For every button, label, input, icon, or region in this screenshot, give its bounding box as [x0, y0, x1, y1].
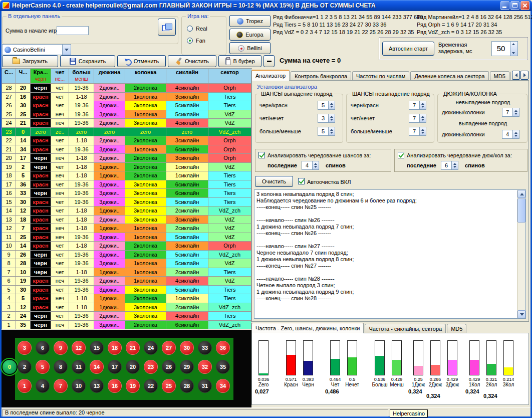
table-row[interactable]: 185красннеч1-181дюжи..2колонка1сиклайнTi… — [2, 171, 252, 180]
chet-nechet-miss-spinner[interactable]: 7 — [409, 114, 426, 123]
board-number[interactable]: 9 — [54, 341, 68, 355]
board-number[interactable]: 7 — [54, 379, 68, 393]
board-number[interactable]: 32 — [198, 360, 212, 374]
scroll-down-button[interactable] — [517, 310, 525, 318]
radio-real[interactable] — [187, 26, 193, 32]
board-number[interactable]: 17 — [108, 360, 122, 374]
table-row[interactable]: 828чернчет19-363дюжи..1колонка5сиклайнVd… — [2, 259, 252, 268]
board-number[interactable]: 28 — [180, 379, 194, 393]
clear-button[interactable]: Очистить — [168, 55, 216, 67]
tab-analyzer-1[interactable]: Контроль банкролла — [291, 71, 351, 81]
column-header[interactable]: четне... — [51, 69, 69, 84]
autoclear-checkbox[interactable] — [298, 178, 305, 184]
board-number[interactable]: 5 — [36, 360, 50, 374]
spin-up-down-arrows[interactable] — [419, 127, 426, 135]
table-row[interactable]: 2421красннеч19-362дюжи..3колонка4сиклайн… — [2, 119, 252, 128]
spin-up-down-arrows[interactable] — [451, 161, 458, 169]
board-number[interactable]: 21 — [126, 341, 140, 355]
tab-analyzer-2[interactable]: Частоты по числам — [352, 71, 409, 81]
table-row[interactable]: 1633черннеч19-363дюжи..3колонка6сиклайнT… — [2, 189, 252, 198]
alternation-chances-checkbox[interactable] — [258, 152, 265, 158]
board-number-zero[interactable]: 0 — [3, 360, 17, 374]
board-number[interactable]: 4 — [36, 379, 50, 393]
board-number[interactable]: 27 — [162, 341, 176, 355]
alternation-dozen-checkbox[interactable] — [398, 152, 404, 158]
board-number[interactable]: 12 — [72, 341, 86, 355]
board-number[interactable]: 14 — [90, 360, 104, 374]
radio-fan[interactable] — [187, 38, 193, 44]
spin-up-down-arrows[interactable] — [328, 127, 335, 135]
tab-analyzer-0[interactable]: Анализатор — [251, 70, 290, 81]
board-number[interactable]: 26 — [162, 360, 176, 374]
board-number[interactable]: 6 — [36, 341, 50, 355]
table-row[interactable]: 2820чернчет19-362дюжи..2колонка4сиклайнO… — [2, 84, 252, 93]
board-number[interactable]: 19 — [126, 379, 140, 393]
spin-up-down-arrows[interactable] — [312, 161, 319, 169]
load-button[interactable]: Загрузить — [2, 55, 58, 67]
spin-up-down-arrows[interactable] — [419, 101, 426, 109]
log-scrollbar[interactable] — [517, 190, 525, 318]
board-number[interactable]: 31 — [198, 379, 212, 393]
table-row[interactable]: 1530краснчет19-363дюжи..3колонка5сиклайн… — [2, 198, 252, 207]
table-row[interactable]: 619красннеч19-362дюжи..1колонка4сиклайнV… — [2, 277, 252, 286]
maximize-button[interactable] — [510, 1, 519, 10]
column-header[interactable]: Ч... — [16, 69, 31, 84]
spin-up-down-arrows[interactable] — [419, 114, 426, 122]
tab-analyzer-3[interactable]: Деление колеса на сектора — [410, 71, 488, 81]
tropez-button[interactable]: Tropez — [229, 15, 271, 27]
table-row[interactable]: 2017черннеч1-182дюжи..2колонка3сиклайнOr… — [2, 154, 252, 163]
table-row[interactable]: 530краснчет19-363дюжи..3колонка5сиклайнT… — [2, 286, 252, 295]
board-number[interactable]: 1 — [18, 379, 32, 393]
close-button[interactable] — [520, 1, 529, 10]
board-number[interactable]: 13 — [90, 379, 104, 393]
table-row[interactable]: 312краснчет1-181дюжи..3колонка2сиклайнVd… — [2, 303, 252, 312]
table-row[interactable]: 2630краснчет19-363дюжи..3колонка5сиклайн… — [2, 101, 252, 110]
board-number[interactable]: 22 — [144, 379, 158, 393]
delay-spinner[interactable]: 50 — [491, 41, 518, 56]
table-row[interactable]: 224чернчет19-362дюжи..3колонка4сиклайнTi… — [2, 312, 252, 321]
last-spins-chances-spinner[interactable]: 4 — [302, 161, 319, 170]
tab-scroll-left-button[interactable] — [512, 71, 520, 80]
column-header[interactable]: дюжина — [94, 69, 125, 84]
table-row[interactable]: 926чернчет19-363дюжи..2колонка5сиклайнVd… — [2, 251, 252, 260]
board-number[interactable]: 3 — [18, 341, 32, 355]
analysis-log[interactable]: 3 колонка невыпадала подряд 8 спин; Набл… — [254, 189, 526, 319]
table-row[interactable]: 192чернчет1-181дюжи..2колонка1сиклайнVdZ — [2, 163, 252, 172]
casino-select[interactable]: CasinoBellini — [2, 44, 71, 55]
column-header[interactable]: сиклайн — [166, 69, 208, 84]
board-number[interactable]: 34 — [216, 379, 230, 393]
scroll-thumb[interactable] — [517, 198, 525, 223]
autospin-start-button[interactable]: Автоспин старт — [382, 42, 434, 56]
table-row[interactable]: 135черннеч19-363дюжи..2колонка6сиклайнVd… — [2, 321, 252, 330]
clear-log-button[interactable]: Очистить — [255, 176, 293, 187]
table-row[interactable]: 1736краснчет19-363дюжи..3колонка6сиклайн… — [2, 180, 252, 189]
table-row[interactable]: 2134краснчет19-363дюжи..1колонка6сиклайн… — [2, 145, 252, 154]
board-number[interactable]: 11 — [72, 360, 86, 374]
board-number[interactable]: 20 — [126, 360, 140, 374]
column-header[interactable]: Кра...черн — [31, 69, 51, 84]
scroll-up-button[interactable] — [517, 190, 525, 198]
table-row[interactable]: 1318краснчет1-182дюжи..3колонка3сиклайнV… — [2, 216, 252, 225]
board-number[interactable]: 10 — [72, 379, 86, 393]
column-header[interactable]: большменш — [69, 69, 94, 84]
spin-up-down-arrows[interactable] — [512, 108, 519, 116]
board-number[interactable]: 8 — [54, 360, 68, 374]
spin-up-down-arrows[interactable] — [510, 42, 517, 56]
minimize-button[interactable] — [500, 1, 509, 10]
bolshe-menshe-miss-spinner[interactable]: 7 — [409, 127, 426, 136]
tab-analyzer-4[interactable]: MD5 — [490, 71, 509, 81]
table-row[interactable]: 127красннеч1-181дюжи..1колонка2сиклайнVd… — [2, 224, 252, 233]
table-row[interactable]: 1014краснчет1-182дюжи..2колонка3сиклайнO… — [2, 242, 252, 251]
board-number[interactable]: 35 — [216, 360, 230, 374]
board-number[interactable]: 25 — [162, 379, 176, 393]
table-row[interactable]: 2214краснчет1-182дюжи..2колонка3сиклайнO… — [2, 136, 252, 145]
collapse-button[interactable] — [263, 55, 275, 67]
board-number[interactable]: 29 — [180, 360, 194, 374]
tab-analyzer-5[interactable]: Ко — [510, 71, 511, 81]
bellini-button[interactable]: Bellini — [229, 42, 271, 54]
table-row[interactable]: 710чернчет1-181дюжи..1колонка2сиклайнTie… — [2, 268, 252, 277]
column-header[interactable]: колонка — [125, 69, 166, 84]
board-number[interactable]: 16 — [108, 379, 122, 393]
tab-chart-2[interactable]: MD5 — [447, 324, 466, 333]
board-number[interactable]: 33 — [198, 341, 212, 355]
